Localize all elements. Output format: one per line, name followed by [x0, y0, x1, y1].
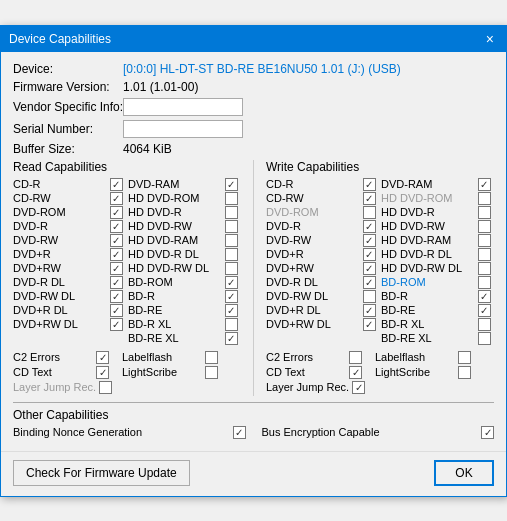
read-dvdram-checkbox[interactable]: [225, 178, 238, 191]
read-hddvdrdl-label: HD DVD-R DL: [128, 248, 219, 260]
write-lightscribe-label: LightScribe: [375, 366, 455, 378]
read-dvdrw-checkbox[interactable]: [110, 234, 123, 247]
serial-input[interactable]: [123, 120, 243, 138]
firmware-label: Firmware Version:: [13, 80, 123, 94]
buffer-value: 4064 KiB: [123, 142, 172, 156]
write-hddvdrom-checkbox[interactable]: [478, 192, 491, 205]
read-labelflash-checkbox[interactable]: [205, 351, 218, 364]
read-dvdrwdl-checkbox[interactable]: [110, 290, 123, 303]
write-dvdprwdl-label: DVD+RW DL: [266, 318, 357, 330]
write-dvdrom-checkbox[interactable]: [363, 206, 376, 219]
read-hddvdr-label: HD DVD-R: [128, 206, 219, 218]
write-cap-grid: CD-R DVD-RAM CD-RW HD DVD-ROM DVD-ROM HD…: [266, 178, 494, 345]
read-cdtext-checkbox[interactable]: [96, 366, 109, 379]
write-c2-label: C2 Errors: [266, 351, 346, 363]
write-bdre-label: BD-RE: [381, 304, 472, 316]
read-c2-checkbox[interactable]: [96, 351, 109, 364]
read-cdr-checkbox[interactable]: [110, 178, 123, 191]
read-hddvdrdl-checkbox[interactable]: [225, 248, 238, 261]
write-hddvdr-checkbox[interactable]: [478, 206, 491, 219]
firmware-value: 1.01 (1.01-00): [123, 80, 198, 94]
read-extra-caps: C2 Errors Labelflash CD Text LightScribe…: [13, 351, 241, 394]
write-lightscribe-checkbox[interactable]: [458, 366, 471, 379]
read-bdrxl-checkbox[interactable]: [225, 318, 238, 331]
write-dvdpr-checkbox[interactable]: [363, 248, 376, 261]
read-cdrw-label: CD-RW: [13, 192, 104, 204]
read-hddvdram-checkbox[interactable]: [225, 234, 238, 247]
read-dvdrom-checkbox[interactable]: [110, 206, 123, 219]
write-dvdrw-checkbox[interactable]: [363, 234, 376, 247]
write-dvdprdl-checkbox[interactable]: [363, 304, 376, 317]
binding-nonce-checkbox[interactable]: [233, 426, 246, 439]
write-layerjump-label: Layer Jump Rec.: [266, 381, 349, 393]
write-dvdprw-checkbox[interactable]: [363, 262, 376, 275]
write-bdre-checkbox[interactable]: [478, 304, 491, 317]
read-hddvdrom-checkbox[interactable]: [225, 192, 238, 205]
write-hddvdrwdl-checkbox[interactable]: [478, 262, 491, 275]
read-hddvdr-checkbox[interactable]: [225, 206, 238, 219]
write-bdrexl-checkbox[interactable]: [478, 332, 491, 345]
write-hddvdrw-label: HD DVD-RW: [381, 220, 472, 232]
bus-encryption-checkbox[interactable]: [481, 426, 494, 439]
firmware-check-button[interactable]: Check For Firmware Update: [13, 460, 190, 486]
main-content: Device: [0:0:0] HL-DT-ST BD-RE BE16NU50 …: [1, 52, 506, 447]
write-dvdprwdl-checkbox[interactable]: [363, 318, 376, 331]
read-labelflash-label: Labelflash: [122, 351, 202, 363]
write-hddvdrw-checkbox[interactable]: [478, 220, 491, 233]
write-bdrom-checkbox[interactable]: [478, 276, 491, 289]
write-bdrxl-label: BD-R XL: [381, 318, 472, 330]
write-cdr-checkbox[interactable]: [363, 178, 376, 191]
read-bdrexl-label: BD-RE XL: [128, 332, 219, 344]
write-c2-checkbox[interactable]: [349, 351, 362, 364]
close-button[interactable]: ×: [482, 32, 498, 46]
vendor-input[interactable]: [123, 98, 243, 116]
write-hddvdrdl-checkbox[interactable]: [478, 248, 491, 261]
write-dvdrdl-label: DVD-R DL: [266, 276, 357, 288]
write-bdr-label: BD-R: [381, 290, 472, 302]
bus-encryption-label: Bus Encryption Capable: [262, 426, 478, 438]
read-hddvdrw-checkbox[interactable]: [225, 220, 238, 233]
write-dvdr-checkbox[interactable]: [363, 220, 376, 233]
read-dvdr-checkbox[interactable]: [110, 220, 123, 233]
read-dvdprdl-label: DVD+R DL: [13, 304, 104, 316]
ok-button[interactable]: OK: [434, 460, 494, 486]
read-hddvdrom-label: HD DVD-ROM: [128, 192, 219, 204]
read-bdre-label: BD-RE: [128, 304, 219, 316]
read-dvdprw-checkbox[interactable]: [110, 262, 123, 275]
write-capabilities-column: Write Capabilities CD-R DVD-RAM CD-RW HD…: [266, 160, 494, 396]
write-bdrxl-checkbox[interactable]: [478, 318, 491, 331]
read-hddvdrw-label: HD DVD-RW: [128, 220, 219, 232]
read-cdr-label: CD-R: [13, 178, 104, 190]
read-cdrw-checkbox[interactable]: [110, 192, 123, 205]
read-dvdprwdl-checkbox[interactable]: [110, 318, 123, 331]
read-bdr-checkbox[interactable]: [225, 290, 238, 303]
write-cdrw-checkbox[interactable]: [363, 192, 376, 205]
read-dvdprw-label: DVD+RW: [13, 262, 104, 274]
device-capabilities-window: Device Capabilities × Device: [0:0:0] HL…: [0, 25, 507, 497]
write-labelflash-checkbox[interactable]: [458, 351, 471, 364]
write-hddvdram-label: HD DVD-RAM: [381, 234, 472, 246]
read-dvdpr-checkbox[interactable]: [110, 248, 123, 261]
bottom-bar: Check For Firmware Update OK: [1, 451, 506, 496]
read-dvdprdl-checkbox[interactable]: [110, 304, 123, 317]
read-lightscribe-checkbox[interactable]: [205, 366, 218, 379]
read-capabilities-column: Read Capabilities CD-R DVD-RAM CD-RW HD …: [13, 160, 241, 396]
write-layerjump-checkbox[interactable]: [352, 381, 365, 394]
other-caps-header: Other Capabilities: [13, 408, 494, 422]
firmware-row: Firmware Version: 1.01 (1.01-00): [13, 80, 494, 94]
read-bdrexl-checkbox[interactable]: [225, 332, 238, 345]
write-cdtext-checkbox[interactable]: [349, 366, 362, 379]
read-hddvdrwdl-label: HD DVD-RW DL: [128, 262, 219, 274]
read-dvdrdl-checkbox[interactable]: [110, 276, 123, 289]
write-dvdrdl-checkbox[interactable]: [363, 276, 376, 289]
write-hddvdram-checkbox[interactable]: [478, 234, 491, 247]
read-bdrom-checkbox[interactable]: [225, 276, 238, 289]
read-layerjump-checkbox[interactable]: [99, 381, 112, 394]
write-bdr-checkbox[interactable]: [478, 290, 491, 303]
read-hddvdrwdl-checkbox[interactable]: [225, 262, 238, 275]
write-dvdrwdl-checkbox[interactable]: [363, 290, 376, 303]
read-dvdram-label: DVD-RAM: [128, 178, 219, 190]
read-bdre-checkbox[interactable]: [225, 304, 238, 317]
device-row: Device: [0:0:0] HL-DT-ST BD-RE BE16NU50 …: [13, 62, 494, 76]
write-dvdram-checkbox[interactable]: [478, 178, 491, 191]
